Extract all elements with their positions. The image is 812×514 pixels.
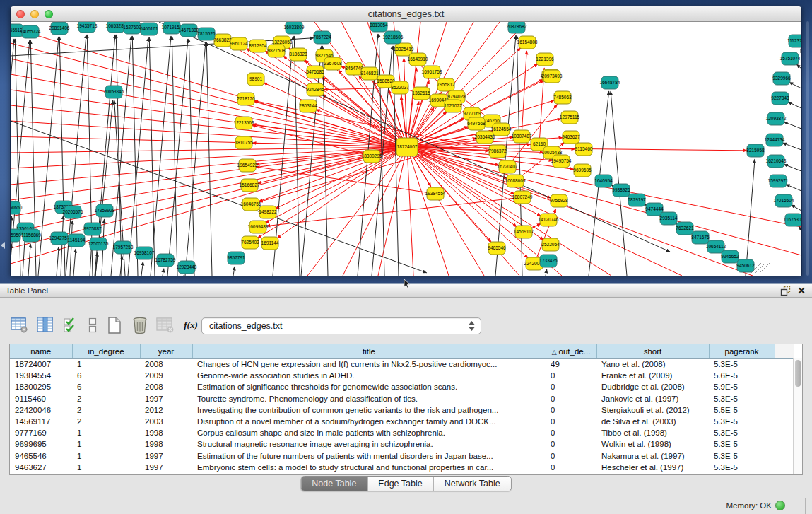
function-builder-button[interactable]: f(x) — [181, 315, 201, 334]
graph-node-label: 9960124 — [230, 41, 248, 46]
show-columns-button[interactable] — [35, 315, 55, 334]
graph-node-label: 16046756 — [241, 201, 261, 206]
close-panel-icon[interactable]: ✕ — [797, 284, 806, 298]
graph-node-label: 16958107 — [134, 250, 155, 255]
graph-node-label: 8912954 — [249, 43, 267, 48]
graph-node-label: 12213563 — [234, 120, 254, 125]
graph-node-label: 17016504 — [774, 198, 794, 203]
graph-node-label: 16640910 — [408, 57, 428, 62]
column-header-short[interactable]: short — [596, 344, 709, 358]
tab-network-table[interactable]: Network Table — [433, 477, 511, 491]
float-panel-icon[interactable] — [780, 286, 791, 296]
graph-node-label: 7632621 — [676, 226, 694, 230]
clear-selection-button[interactable] — [86, 315, 99, 334]
sort-ascending-icon: △ — [552, 349, 557, 356]
graph-node-label: 2367608 — [324, 61, 342, 66]
graph-node-label: 20891406 — [49, 25, 70, 30]
table-scrollbar[interactable] — [793, 358, 802, 474]
desktop-background: citations_edges.txt 187240077663822996 — [0, 0, 812, 283]
network-view-canvas[interactable]: 1872400776638229960124891295498901271812… — [11, 22, 801, 276]
graph-node-label: 16154808 — [517, 40, 538, 45]
graph-node-label: 1221396 — [536, 57, 554, 62]
graph-node-label: 12975115 — [560, 115, 580, 119]
graph-node-label: 9329966 — [772, 76, 791, 81]
graph-node-label: 9450612 — [736, 263, 755, 268]
fx-icon: f(x) — [184, 320, 198, 331]
graph-node-label: 13226058 — [272, 40, 293, 45]
table-row[interactable]: 946554611997Estimation of the future num… — [10, 450, 794, 462]
column-header-pagerank[interactable]: pagerank — [709, 344, 775, 358]
graph-node-label: 1691144 — [261, 240, 279, 245]
graph-node-label: 8471676 — [691, 235, 710, 240]
column-header-name[interactable]: name — [10, 344, 72, 358]
graph-node-label: 11156869 — [21, 233, 41, 238]
graph-node-label: 20206576 — [63, 209, 83, 214]
tab-edge-table[interactable]: Edge Table — [367, 477, 433, 491]
graph-node-label: 12505135 — [88, 241, 109, 246]
graph-node-label: 9699695 — [573, 168, 592, 173]
graph-node-label: 18300295 — [362, 153, 382, 158]
column-header-year[interactable]: year — [140, 344, 192, 358]
graph-node-label: 11123774 — [787, 38, 801, 43]
delete-table-button-disabled — [155, 315, 175, 334]
graph-node-label: 1640954 — [594, 178, 613, 183]
graph-node-label: 9857791 — [227, 255, 245, 260]
column-header-in_degree[interactable]: in_degree — [72, 344, 140, 358]
delete-button[interactable] — [130, 315, 150, 334]
graph-node-label: 10807487 — [512, 134, 532, 139]
graph-node-label: 7857224 — [313, 35, 331, 40]
table-panel: Table Panel ✕ — [0, 283, 812, 514]
graph-node-label: 1145194 — [68, 238, 86, 243]
graph-node-label: 9463627 — [562, 134, 580, 139]
graph-node-label: 16648784 — [600, 80, 620, 85]
graph-node-label: 15166827 — [240, 182, 260, 187]
table-selector-dropdown[interactable]: citations_edges.txt — [201, 317, 481, 334]
table-row[interactable]: 977716911998Corpus callosum shape and si… — [10, 427, 794, 438]
table-row[interactable]: 1830029562008Estimation of significance … — [10, 381, 794, 392]
table-row[interactable]: 946362711997Embryonic stem cells: a mode… — [10, 462, 794, 473]
east-panel-gutter[interactable] — [806, 21, 809, 276]
graph-node-label: 13325419 — [394, 47, 414, 52]
graph-node-label: 11675306 — [784, 217, 801, 222]
tab-node-table[interactable]: Node Table — [301, 477, 367, 491]
table-row[interactable]: 1938455462009Genome-wide association stu… — [10, 370, 794, 381]
graph-node-label: 14569117 — [514, 229, 534, 234]
graph-node-label: 6879197 — [628, 197, 646, 202]
graph-node-label: 14120746 — [539, 217, 559, 222]
graph-node-label: 15751074 — [780, 56, 801, 61]
table-row[interactable]: 969969511998Structural magnetic resonanc… — [10, 438, 794, 450]
table-panel-title: Table Panel — [6, 284, 48, 298]
column-header-filler — [775, 344, 794, 358]
graph-node-label: 8186328 — [289, 52, 307, 57]
table-row[interactable]: 911546021997Tourette syndrome. Phenomeno… — [10, 393, 794, 404]
table-row[interactable]: 1456911722003Disruption of a novel membe… — [10, 416, 794, 427]
graph-node-label: 1498222 — [259, 209, 277, 214]
table-row[interactable]: 1872400712008Changes of HCN gene express… — [10, 358, 794, 370]
memory-status-indicator[interactable] — [775, 501, 785, 510]
column-header-title[interactable]: title — [192, 344, 546, 358]
table-scrollbar-thumb[interactable] — [795, 360, 801, 387]
graph-node-label: 9474444 — [645, 206, 664, 211]
network-window[interactable]: citations_edges.txt 187240077663822996 — [10, 6, 802, 276]
new-column-button[interactable] — [105, 315, 124, 334]
graph-node-label: 12444134 — [765, 137, 785, 142]
graph-node-label: 19495754 — [551, 158, 572, 163]
table-row[interactable]: 2242004622012Investigating the contribut… — [10, 404, 794, 416]
west-panel-collapse-arrow-icon[interactable] — [1, 242, 5, 249]
graph-node-label: 16720407 — [498, 164, 518, 169]
table-options-button[interactable] — [10, 315, 30, 334]
graph-node-label: 16961758 — [422, 69, 442, 74]
graph-node-label: 14671388 — [179, 28, 199, 33]
graph-node-label: 9242845 — [306, 87, 324, 92]
graph-node-label: 16210643 — [766, 158, 787, 163]
mouse-cursor — [404, 279, 412, 288]
graph-node-label: 9465546 — [488, 245, 506, 250]
graph-node-label: 10688609 — [505, 178, 526, 183]
network-window-titlebar[interactable]: citations_edges.txt — [11, 6, 801, 22]
column-header-out_degree[interactable]: △out_de... — [546, 344, 596, 358]
graph-node-label: 15992971 — [768, 178, 789, 183]
graph-node-label: 16099489 — [248, 224, 269, 229]
select-all-button[interactable] — [61, 315, 81, 334]
graph-node-label: 9938926 — [612, 187, 630, 192]
graph-node-label: 7986372 — [488, 148, 507, 153]
